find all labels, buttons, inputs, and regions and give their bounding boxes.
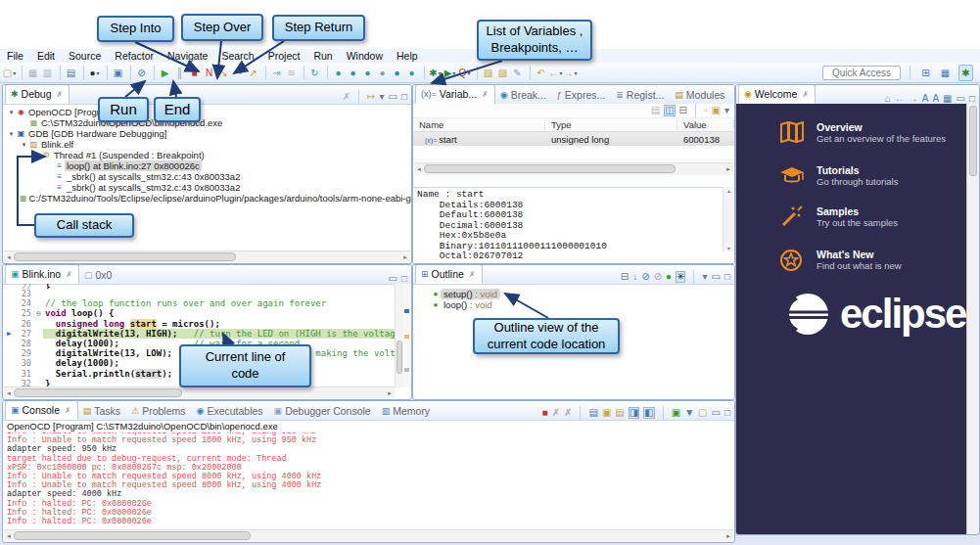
- hide-fields-icon[interactable]: ⊘: [641, 272, 649, 282]
- terminate-icon[interactable]: ■: [542, 408, 548, 418]
- restart-icon[interactable]: ↻: [308, 66, 321, 80]
- launch-gdb[interactable]: ▾▣GDB [GDB Hardware Debugging]: [3, 128, 411, 139]
- outline-item-loop[interactable]: ●loop() : void: [413, 299, 734, 310]
- arrow-circle-icon[interactable]: ●: [347, 66, 359, 80]
- tab-tasks[interactable]: ▤Tasks: [78, 402, 126, 420]
- run-icon[interactable]: ▶▾: [443, 66, 456, 80]
- welcome-link-what-s-new[interactable]: What's NewFind out what is new: [779, 249, 902, 272]
- instruction-pointer-icon[interactable]: ▶: [3, 330, 15, 338]
- welcome-vertical-scrollbar[interactable]: [966, 104, 979, 534]
- variables-horizontal-scrollbar[interactable]: ◂ ▸: [414, 162, 733, 174]
- menu-edit[interactable]: Edit: [30, 50, 62, 62]
- tab-memory[interactable]: ▥Memory: [377, 402, 436, 420]
- suspend-icon[interactable]: ║: [173, 66, 186, 80]
- tab-0x0[interactable]: ▢0x0: [79, 266, 117, 284]
- thread-1[interactable]: ▾⚙Thread #1 (Suspended : Breakpoint): [3, 150, 411, 160]
- menu-refactor[interactable]: Refactor: [108, 50, 161, 62]
- overview-ruler[interactable]: [403, 284, 411, 387]
- link-with-editor-icon[interactable]: ✳: [676, 271, 685, 283]
- view-menu-icon[interactable]: ▾: [379, 92, 384, 102]
- minimize-icon[interactable]: ▭: [957, 94, 965, 104]
- quick-access-box[interactable]: Quick Access: [822, 66, 901, 80]
- tab-outline[interactable]: ⊞Outline✗: [415, 264, 483, 284]
- console-horizontal-scrollbar[interactable]: ◂ ▸: [4, 529, 733, 541]
- enlarge-text-icon[interactable]: A: [932, 94, 939, 104]
- menu-file[interactable]: File: [0, 50, 30, 62]
- terminate-icon[interactable]: ■: [188, 66, 201, 80]
- tab-executables[interactable]: ◉Executables: [192, 402, 269, 420]
- minimize-icon[interactable]: ▭: [389, 274, 397, 284]
- menu-help[interactable]: Help: [390, 50, 425, 62]
- step-into-icon[interactable]: ↘: [217, 66, 230, 80]
- process-openocd[interactable]: ▦C:\STM32duino\OpenOCD\bin\openocd.exe: [3, 117, 411, 128]
- remove-all-launches-icon[interactable]: ✗: [564, 408, 572, 418]
- step-return-icon[interactable]: ↗: [247, 66, 259, 80]
- menu-run[interactable]: Run: [306, 50, 339, 62]
- scroll-right-icon[interactable]: ▸: [385, 389, 395, 397]
- external-tools-icon[interactable]: Q▾: [458, 66, 471, 80]
- welcome-link-overview[interactable]: OverviewGet an overview of the features: [779, 121, 946, 145]
- close-icon[interactable]: ✗: [66, 270, 72, 279]
- show-stdout-icon[interactable]: ◨: [629, 407, 639, 419]
- instruction-stepping-icon[interactable]: ⇥: [270, 66, 283, 80]
- tab-modules[interactable]: ▤Modules: [670, 86, 730, 104]
- annotate-icon[interactable]: ✎: [511, 66, 524, 80]
- column-header-value[interactable]: Value: [677, 119, 734, 130]
- remove-all-terminated-icon[interactable]: ✗: [343, 92, 350, 102]
- close-icon[interactable]: ✗: [57, 90, 64, 99]
- scroll-right-icon[interactable]: ▸: [723, 165, 733, 173]
- word-wrap-icon[interactable]: ▤: [615, 408, 624, 418]
- close-icon[interactable]: ✗: [65, 406, 71, 415]
- scroll-right-icon[interactable]: ▸: [400, 253, 410, 261]
- forward-icon[interactable]: →: [909, 94, 918, 104]
- resume-icon[interactable]: ▶: [159, 66, 171, 80]
- tab-welcome[interactable]: ◉Welcome✗: [738, 84, 816, 104]
- maximize-icon[interactable]: □: [724, 272, 730, 282]
- editor-vertical-scrollbar[interactable]: [395, 284, 403, 387]
- show-logical-structure-icon[interactable]: ◫: [664, 105, 675, 116]
- open-console-icon[interactable]: ▣: [112, 66, 124, 80]
- open-resource-icon[interactable]: ▨: [496, 66, 509, 80]
- tab-debug[interactable]: ✱Debug✗: [5, 84, 70, 104]
- save-all-icon[interactable]: ▥: [41, 66, 54, 80]
- pin-view-icon[interactable]: ▣: [712, 106, 721, 115]
- hide-static-icon[interactable]: ⊘: [654, 272, 662, 282]
- show-type-names-icon[interactable]: ▤: [651, 106, 660, 115]
- check-circle-icon[interactable]: ●: [332, 66, 345, 80]
- profile-icon[interactable]: ●▾: [88, 66, 101, 80]
- scrollbar-thumb[interactable]: [424, 164, 676, 173]
- close-icon[interactable]: ✗: [802, 90, 809, 99]
- debug-perspective-icon[interactable]: ✱: [958, 65, 973, 81]
- fold-collapse-icon[interactable]: ⊖: [33, 309, 43, 318]
- scrollbar-thumb[interactable]: [969, 106, 977, 176]
- scroll-right-icon[interactable]: ▸: [723, 532, 733, 540]
- pin-console-icon[interactable]: ▣: [672, 408, 680, 418]
- maximize-icon[interactable]: □: [724, 408, 730, 418]
- tab-debugger-console[interactable]: ▣Debugger Console: [269, 402, 377, 420]
- stack-frame-loop[interactable]: ≡loop() at Blink.ino:27 0x800026c: [3, 160, 411, 171]
- open-perspective-icon[interactable]: ⊞: [919, 66, 932, 80]
- stack-frame-sbrk-2[interactable]: ≡_sbrk() at syscalls_stm32.c:43 0x80033a…: [3, 182, 411, 193]
- column-header-type[interactable]: Type: [545, 119, 677, 130]
- open-console-icon[interactable]: ▢: [698, 408, 707, 418]
- remove-launch-icon[interactable]: ✗: [552, 408, 560, 418]
- maximize-icon[interactable]: □: [401, 274, 407, 284]
- pause-circle-icon[interactable]: ●: [376, 66, 389, 80]
- step-over-icon[interactable]: ↷: [232, 66, 245, 80]
- resume-circle-icon[interactable]: ●: [405, 66, 418, 80]
- debug-icon[interactable]: ✱▾: [429, 66, 442, 80]
- stack-frame-sbrk-1[interactable]: ≡_sbrk() at syscalls_stm32.c:43 0x80033a…: [3, 171, 411, 182]
- menu-window[interactable]: Window: [340, 50, 390, 62]
- new-icon[interactable]: ▢▾: [3, 66, 16, 80]
- outline-item-setup[interactable]: ●setup() : void: [413, 289, 734, 299]
- collapse-all-icon[interactable]: ⊟: [621, 272, 629, 282]
- display-selected-console-icon[interactable]: ▼: [684, 408, 694, 418]
- menu-source[interactable]: Source: [62, 50, 108, 62]
- menu-project[interactable]: Project: [261, 50, 307, 62]
- tab-problems[interactable]: ⚠Problems: [126, 402, 191, 420]
- hide-non-public-icon[interactable]: ●: [666, 272, 672, 282]
- minimize-icon[interactable]: ▭: [712, 272, 721, 282]
- disconnect-icon[interactable]: N: [203, 66, 215, 80]
- variable-row[interactable]: (x)= startunsigned long6000138: [413, 132, 734, 146]
- menu-navigate[interactable]: Navigate: [161, 50, 214, 62]
